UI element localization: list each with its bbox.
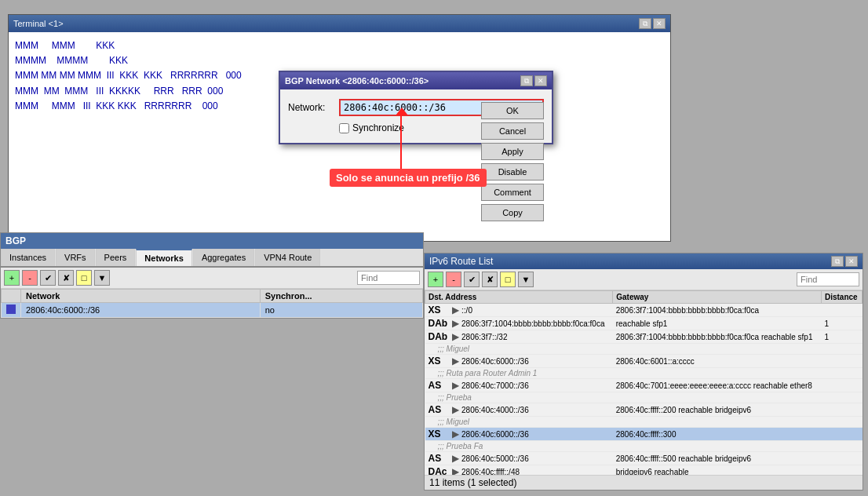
- comment-button[interactable]: Comment: [481, 184, 544, 201]
- row-dst: XS ▶ 2806:40c:6000::/36: [425, 428, 613, 441]
- add-button[interactable]: +: [4, 270, 20, 286]
- row-dst: DAc ▶ 2806:40c:ffff::/48: [425, 465, 613, 476]
- col-network-header: Network: [21, 290, 261, 303]
- row-distance: [821, 403, 862, 417]
- tab-peers[interactable]: Peers: [96, 249, 136, 266]
- row-comment: ;;; Miguel: [425, 417, 863, 428]
- col-gateway-header: Gateway: [613, 291, 822, 304]
- network-label: Network:: [288, 102, 339, 113]
- row-dst: XS ▶ 2806:40c:6000::/36: [425, 355, 613, 368]
- row-dst: DAb ▶ 2806:3f7:1004:bbbb:bbbb:bbbb:f0ca:…: [425, 317, 613, 330]
- discard-button[interactable]: ✘: [58, 270, 74, 286]
- ipv6-table-row[interactable]: AS ▶ 2806:40c:7000::/362806:40c:7001:eee…: [425, 379, 863, 392]
- table-row[interactable]: 2806:40c:6000::/36 no: [2, 303, 423, 318]
- tab-aggregates[interactable]: Aggregates: [193, 249, 254, 266]
- row-gateway: 2806:40c:ffff::500 reachable bridgeipv6: [613, 452, 822, 465]
- ipv6-status-text: 11 items (1 selected): [429, 477, 516, 488]
- copy-dialog-button[interactable]: Copy: [481, 204, 544, 221]
- ipv6-table-row[interactable]: ;;; Ruta para Router Admin 1: [425, 368, 863, 379]
- row-distance: [821, 465, 862, 476]
- ok-button[interactable]: OK: [481, 102, 544, 119]
- terminal-titlebar: Terminal <1> ⧉ ✕: [9, 15, 670, 32]
- bgp-find-input[interactable]: [357, 271, 420, 285]
- ipv6-table-row[interactable]: ;;; Prueba Fa: [425, 441, 863, 452]
- ipv6-remove-button[interactable]: -: [446, 272, 461, 287]
- dialog-buttons: OK Cancel Apply Disable Comment Copy: [481, 102, 544, 221]
- bgp-table: Network Synchron... 2806:40c:6000::/36 n…: [1, 289, 423, 318]
- bgp-tabs: Instances VRFs Peers Networks Aggregates…: [1, 249, 423, 268]
- ipv6-titlebar: IPv6 Route List ⧉ ✕: [425, 253, 863, 269]
- row-dst: AS ▶ 2806:40c:7000::/36: [425, 379, 613, 392]
- tab-networks[interactable]: Networks: [136, 249, 192, 266]
- remove-button[interactable]: -: [22, 270, 38, 286]
- ipv6-table-row[interactable]: DAb ▶ 2806:3f7::/322806:3f7:1004:bbbb:bb…: [425, 330, 863, 344]
- dialog-win-buttons: ⧉ ✕: [520, 75, 547, 86]
- apply-dialog-button[interactable]: Apply: [481, 143, 544, 160]
- terminal-title: Terminal <1>: [13, 19, 64, 28]
- row-network: 2806:40c:6000::/36: [21, 303, 261, 318]
- filter-button[interactable]: ▼: [94, 270, 110, 286]
- row-dst: DAb ▶ 2806:3f7::/32: [425, 330, 613, 344]
- ipv6-copy-button[interactable]: □: [500, 272, 516, 287]
- ipv6-close-btn[interactable]: ✕: [845, 256, 858, 267]
- ipv6-table-row[interactable]: ;;; Miguel: [425, 417, 863, 428]
- ipv6-table-row[interactable]: DAb ▶ 2806:3f7:1004:bbbb:bbbb:bbbb:f0ca:…: [425, 317, 863, 330]
- tab-vpn4route[interactable]: VPN4 Route: [255, 249, 320, 266]
- col-sync-header: Synchron...: [260, 290, 422, 303]
- terminal-line-2: MMMM MMMM KKK: [15, 53, 664, 68]
- row-comment: ;;; Prueba: [425, 392, 863, 403]
- terminal-close-btn[interactable]: ✕: [653, 18, 666, 29]
- ipv6-table-wrap[interactable]: Dst. Address Gateway Distance XS ▶ ::/02…: [425, 290, 863, 475]
- row-gateway: bridgeipv6 reachable: [613, 465, 822, 476]
- dialog-title: BGP Network <2806:40c:6000::/36>: [285, 76, 429, 86]
- row-sync: no: [260, 303, 422, 318]
- ipv6-table-row[interactable]: XS ▶ ::/02806:3f7:1004:bbbb:bbbb:bbbb:f0…: [425, 304, 863, 317]
- cancel-button[interactable]: Cancel: [481, 122, 544, 140]
- disable-button[interactable]: Disable: [481, 163, 544, 181]
- dialog-titlebar: BGP Network <2806:40c:6000::/36> ⧉ ✕: [280, 72, 552, 89]
- col-dist-header: Distance: [821, 291, 862, 304]
- row-dst: XS ▶ ::/0: [425, 304, 613, 317]
- ipv6-panel: IPv6 Route List ⧉ ✕ + - ✔ ✘ □ ▼ Dst. Add…: [424, 253, 863, 491]
- ipv6-restore-btn[interactable]: ⧉: [831, 256, 844, 267]
- synchronize-checkbox[interactable]: [339, 123, 349, 133]
- apply-button[interactable]: ✔: [40, 270, 56, 286]
- tab-vrfs[interactable]: VRFs: [56, 249, 95, 266]
- ipv6-win-buttons: ⧉ ✕: [831, 256, 858, 267]
- tab-instances[interactable]: Instances: [1, 249, 55, 266]
- row-distance: [821, 304, 862, 317]
- row-gateway: 2806:40c:6001::a:cccc: [613, 355, 822, 368]
- ipv6-table-row[interactable]: AS ▶ 2806:40c:5000::/362806:40c:ffff::50…: [425, 452, 863, 465]
- ipv6-add-button[interactable]: +: [428, 272, 443, 287]
- ipv6-table-row[interactable]: XS ▶ 2806:40c:6000::/362806:40c:6001::a:…: [425, 355, 863, 368]
- terminal-line-1: MMM MMM KKK: [15, 38, 664, 53]
- ipv6-apply-button[interactable]: ✔: [464, 272, 480, 287]
- ipv6-table-row[interactable]: AS ▶ 2806:40c:4000::/362806:40c:ffff::20…: [425, 403, 863, 417]
- row-comment: ;;; Ruta para Router Admin 1: [425, 368, 863, 379]
- ipv6-table-row[interactable]: DAc ▶ 2806:40c:ffff::/48bridgeipv6 reach…: [425, 465, 863, 476]
- dialog-close-btn[interactable]: ✕: [534, 75, 547, 86]
- col-dst-header: Dst. Address: [425, 291, 613, 304]
- row-gateway: 2806:3f7:1004:bbbb:bbbb:bbbb:f0ca:f0ca r…: [613, 330, 822, 344]
- ipv6-table-row[interactable]: ;;; Prueba: [425, 392, 863, 403]
- dialog-restore-btn[interactable]: ⧉: [520, 75, 533, 86]
- row-distance: [821, 379, 862, 392]
- ipv6-discard-button[interactable]: ✘: [482, 272, 498, 287]
- ipv6-find-input[interactable]: [797, 272, 859, 286]
- synchronize-label: Synchronize: [352, 122, 404, 133]
- row-distance: 1: [821, 330, 862, 344]
- terminal-restore-btn[interactable]: ⧉: [639, 18, 651, 29]
- row-gateway: 2806:40c:ffff::200 reachable bridgeipv6: [613, 403, 822, 417]
- col-icon-header: [2, 290, 21, 303]
- copy-button[interactable]: □: [76, 270, 92, 286]
- row-dst: AS ▶ 2806:40c:4000::/36: [425, 403, 613, 417]
- row-distance: [821, 355, 862, 368]
- bgp-title: BGP: [5, 235, 26, 246]
- ipv6-title: IPv6 Route List: [429, 256, 493, 267]
- row-gateway: reachable sfp1: [613, 317, 822, 330]
- row-comment: ;;; Miguel: [425, 344, 863, 355]
- ipv6-status-bar: 11 items (1 selected): [425, 475, 863, 490]
- ipv6-table-row[interactable]: ;;; Miguel: [425, 344, 863, 355]
- ipv6-table-row[interactable]: XS ▶ 2806:40c:6000::/362806:40c:ffff::30…: [425, 428, 863, 441]
- ipv6-filter-button[interactable]: ▼: [518, 272, 534, 287]
